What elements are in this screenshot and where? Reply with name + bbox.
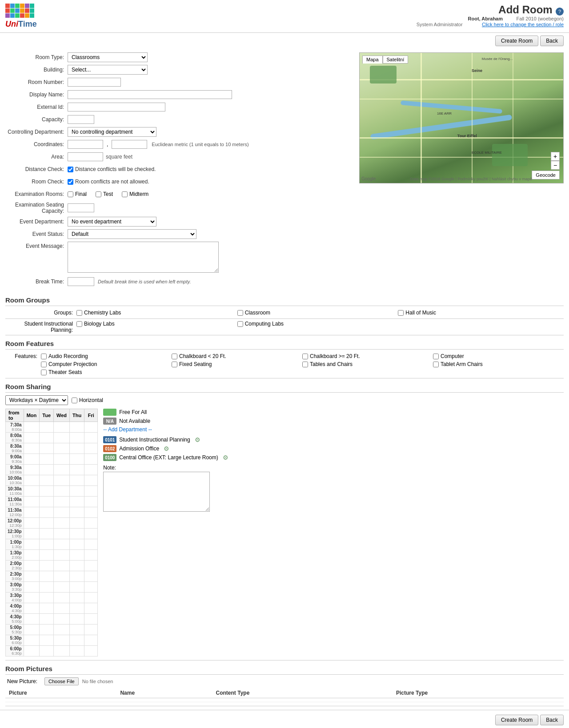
schedule-cell[interactable] xyxy=(24,561,40,571)
group-biology-labs-checkbox[interactable] xyxy=(76,321,82,327)
schedule-cell[interactable] xyxy=(84,507,98,518)
schedule-cell[interactable] xyxy=(70,635,84,646)
map-zoom-in[interactable]: + xyxy=(551,152,560,161)
schedule-cell[interactable] xyxy=(70,433,84,443)
schedule-cell[interactable] xyxy=(24,443,40,454)
schedule-cell[interactable] xyxy=(24,507,40,518)
schedule-cell[interactable] xyxy=(54,486,70,497)
schedule-cell[interactable] xyxy=(84,486,98,497)
event-dept-select[interactable]: No event department xyxy=(68,217,156,227)
note-textarea[interactable] xyxy=(103,472,210,512)
horizontal-checkbox[interactable] xyxy=(72,398,77,403)
schedule-cell[interactable] xyxy=(54,539,70,550)
schedule-cell[interactable] xyxy=(84,465,98,475)
schedule-cell[interactable] xyxy=(84,561,98,571)
schedule-cell[interactable] xyxy=(40,635,54,646)
schedule-cell[interactable] xyxy=(70,582,84,593)
schedule-cell[interactable] xyxy=(40,593,54,603)
schedule-cell[interactable] xyxy=(54,497,70,507)
feature-chalkboard-20ft-checkbox[interactable] xyxy=(172,354,177,359)
schedule-cell[interactable] xyxy=(70,550,84,561)
schedule-cell[interactable] xyxy=(84,603,98,614)
schedule-cell[interactable] xyxy=(70,454,84,465)
schedule-cell[interactable] xyxy=(70,507,84,518)
schedule-cell[interactable] xyxy=(54,582,70,593)
schedule-cell[interactable] xyxy=(70,593,84,603)
schedule-cell[interactable] xyxy=(84,635,98,646)
sharing-filter-select[interactable]: Workdays × Daytime xyxy=(5,395,68,405)
area-input[interactable] xyxy=(68,152,103,161)
dept-0102-settings-icon[interactable]: ⚙ xyxy=(164,445,169,452)
schedule-cell[interactable] xyxy=(24,593,40,603)
schedule-cell[interactable] xyxy=(24,422,40,433)
feature-chalkboard-ge-20ft-checkbox[interactable] xyxy=(302,354,308,359)
schedule-cell[interactable] xyxy=(40,475,54,486)
create-room-button-bottom[interactable]: Create Room xyxy=(495,715,538,725)
schedule-cell[interactable] xyxy=(84,422,98,433)
exam-seating-input[interactable] xyxy=(68,203,94,212)
schedule-cell[interactable] xyxy=(84,646,98,656)
schedule-cell[interactable] xyxy=(70,646,84,656)
schedule-cell[interactable] xyxy=(24,518,40,529)
schedule-cell[interactable] xyxy=(40,486,54,497)
schedule-cell[interactable] xyxy=(84,433,98,443)
schedule-cell[interactable] xyxy=(24,614,40,625)
schedule-cell[interactable] xyxy=(40,625,54,635)
schedule-cell[interactable] xyxy=(24,529,40,539)
event-status-select[interactable]: Default xyxy=(68,229,196,239)
back-button-top[interactable]: Back xyxy=(540,36,564,46)
schedule-cell[interactable] xyxy=(24,454,40,465)
schedule-cell[interactable] xyxy=(54,518,70,529)
room-type-select[interactable]: Classrooms xyxy=(68,52,148,62)
external-id-input[interactable] xyxy=(68,103,165,111)
group-classroom-checkbox[interactable] xyxy=(237,310,243,316)
schedule-cell[interactable] xyxy=(70,486,84,497)
exam-final-checkbox[interactable] xyxy=(68,191,73,197)
back-button-bottom[interactable]: Back xyxy=(540,715,564,725)
schedule-cell[interactable] xyxy=(40,550,54,561)
schedule-cell[interactable] xyxy=(70,603,84,614)
schedule-cell[interactable] xyxy=(40,603,54,614)
schedule-cell[interactable] xyxy=(84,571,98,582)
schedule-cell[interactable] xyxy=(24,582,40,593)
schedule-cell[interactable] xyxy=(40,507,54,518)
schedule-cell[interactable] xyxy=(54,454,70,465)
schedule-cell[interactable] xyxy=(54,571,70,582)
schedule-cell[interactable] xyxy=(40,433,54,443)
building-select[interactable]: Select... xyxy=(68,65,148,75)
schedule-cell[interactable] xyxy=(40,614,54,625)
feature-computer-checkbox[interactable] xyxy=(433,354,439,359)
feature-theater-seats-checkbox[interactable] xyxy=(41,370,47,375)
feature-fixed-seating-checkbox[interactable] xyxy=(172,362,177,367)
group-chemistry-labs-checkbox[interactable] xyxy=(76,310,82,316)
schedule-cell[interactable] xyxy=(40,443,54,454)
schedule-cell[interactable] xyxy=(24,603,40,614)
schedule-cell[interactable] xyxy=(70,443,84,454)
schedule-cell[interactable] xyxy=(54,635,70,646)
schedule-cell[interactable] xyxy=(24,646,40,656)
schedule-cell[interactable] xyxy=(24,433,40,443)
coord-y-input[interactable] xyxy=(112,140,147,149)
schedule-cell[interactable] xyxy=(70,529,84,539)
create-room-button-top[interactable]: Create Room xyxy=(495,36,538,46)
schedule-cell[interactable] xyxy=(70,625,84,635)
schedule-cell[interactable] xyxy=(54,433,70,443)
schedule-cell[interactable] xyxy=(24,497,40,507)
group-hall-of-music-checkbox[interactable] xyxy=(398,310,404,316)
schedule-cell[interactable] xyxy=(40,518,54,529)
schedule-cell[interactable] xyxy=(54,550,70,561)
schedule-cell[interactable] xyxy=(24,475,40,486)
schedule-cell[interactable] xyxy=(40,529,54,539)
schedule-cell[interactable] xyxy=(84,443,98,454)
schedule-cell[interactable] xyxy=(24,465,40,475)
schedule-cell[interactable] xyxy=(24,486,40,497)
room-check-checkbox[interactable] xyxy=(68,179,73,185)
session-change-link[interactable]: Click here to change the section / role xyxy=(482,22,564,27)
schedule-cell[interactable] xyxy=(24,571,40,582)
feature-tables-chairs-checkbox[interactable] xyxy=(302,362,308,367)
schedule-cell[interactable] xyxy=(84,539,98,550)
map-container[interactable]: Seine Musée de l'Orang... 16E ARR Tour E… xyxy=(359,52,564,183)
feature-audio-recording-checkbox[interactable] xyxy=(41,354,47,359)
schedule-cell[interactable] xyxy=(70,614,84,625)
map-zoom-out[interactable]: − xyxy=(551,161,560,170)
